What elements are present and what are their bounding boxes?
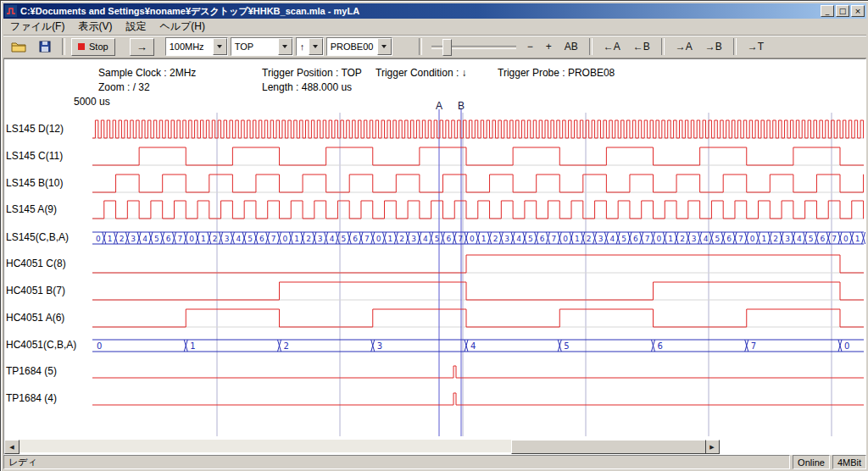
status-online: Online [793,455,830,469]
save-button[interactable] [34,37,56,56]
menu-help[interactable]: ヘルプ(H) [153,18,212,36]
app-icon [5,5,17,17]
grid-time-label: 5000 us [74,96,110,108]
statusbar: レディ Online 4MBit [3,455,866,469]
toolbar-separator [62,38,65,55]
channel-label: HC4051 C(8) [6,258,66,269]
chevron-down-icon[interactable] [377,38,392,55]
chevron-down-icon[interactable] [278,38,292,55]
channel-label: HC4051 A(6) [6,312,64,324]
status-message: レディ [3,455,790,469]
scroll-left-button[interactable]: ◀ [4,440,19,454]
toolbar-separator [661,38,665,55]
channel-label: LS145 C(11) [6,150,63,162]
channel-label: LS145 B(10) [6,177,63,189]
open-folder-icon [11,41,26,53]
run-button[interactable]: → [130,38,154,56]
stop-button[interactable]: Stop [71,38,115,56]
toolbar-separator [733,38,737,55]
trigger-position-info: Trigger Position : TOP [262,67,362,79]
trigger-edge-select[interactable]: ↑ [296,37,324,56]
close-button[interactable]: × [851,5,865,17]
waveform-area [3,58,866,455]
channel-label: LS145 A(9) [6,203,57,215]
trigger-probe-info: Trigger Probe : PROBE08 [498,67,615,79]
toolbar-separator [589,38,593,55]
zoom-out-button[interactable]: − [522,37,538,56]
channel-label: LS145 D(12) [6,123,64,135]
minimize-button[interactable]: _ [821,5,834,17]
sample-clock-info: Sample Clock : 2MHz [98,67,196,79]
horizontal-scrollbar[interactable]: ◀ ▶ [4,440,720,452]
move-a-right-button[interactable]: →A [670,37,698,56]
trigger-condition-info: Trigger Condition : ↓ [376,67,467,79]
toolbar-separator [419,38,422,55]
floppy-disk-icon [39,41,51,53]
window-title: C:¥Documents and Settings¥noname¥デスクトップ¥… [20,5,821,18]
status-memory: 4MBit [832,455,866,469]
scroll-track[interactable] [19,440,704,452]
zoom-slider-thumb[interactable] [442,39,452,56]
scroll-right-button[interactable]: ▶ [704,440,720,454]
sample-clock-select[interactable]: 100MHz [165,37,228,56]
trigger-position-select[interactable]: TOP [231,37,293,56]
open-file-button[interactable] [6,37,31,56]
move-a-left-button[interactable]: ←A [598,37,626,56]
toolbar: Stop → 100MHz TOP ↑ PROBE00 − + AB ←A ←B [3,36,866,58]
channel-label: HC4051(C,B,A) [6,339,76,351]
stop-icon [78,43,85,50]
channel-label: LS145(C,B,A) [6,231,69,243]
cursor-a-label[interactable]: A [436,100,442,112]
scroll-thumb[interactable] [511,440,706,454]
channel-label: HC4051 B(7) [6,285,65,296]
move-b-right-button[interactable]: →B [700,37,727,56]
app-window: C:¥Documents and Settings¥noname¥デスクトップ¥… [0,0,868,471]
ab-cursors-button[interactable]: AB [559,37,583,56]
zoom-slider[interactable] [431,37,516,56]
chevron-down-icon[interactable] [213,38,227,55]
maximize-button[interactable]: □ [836,5,849,17]
cursor-b-label[interactable]: B [458,100,465,112]
length-info: Length : 488.000 us [262,81,352,93]
titlebar: C:¥Documents and Settings¥noname¥デスクトップ¥… [3,3,866,19]
move-b-left-button[interactable]: ←B [628,37,655,56]
menu-view[interactable]: 表示(V) [71,18,119,36]
menu-settings[interactable]: 設定 [119,18,153,36]
channel-label: TP1684 (4) [6,392,57,404]
probe-select[interactable]: PROBE00 [326,37,392,56]
menu-file[interactable]: ファイル(F) [3,18,71,36]
menubar: ファイル(F) 表示(V) 設定 ヘルプ(H) [3,19,866,36]
channel-label: TP1684 (5) [6,365,57,377]
zoom-in-button[interactable]: + [541,37,557,56]
chevron-down-icon[interactable] [309,38,323,55]
zoom-info: Zoom : / 32 [98,81,150,93]
goto-trigger-button[interactable]: →T [743,37,769,56]
